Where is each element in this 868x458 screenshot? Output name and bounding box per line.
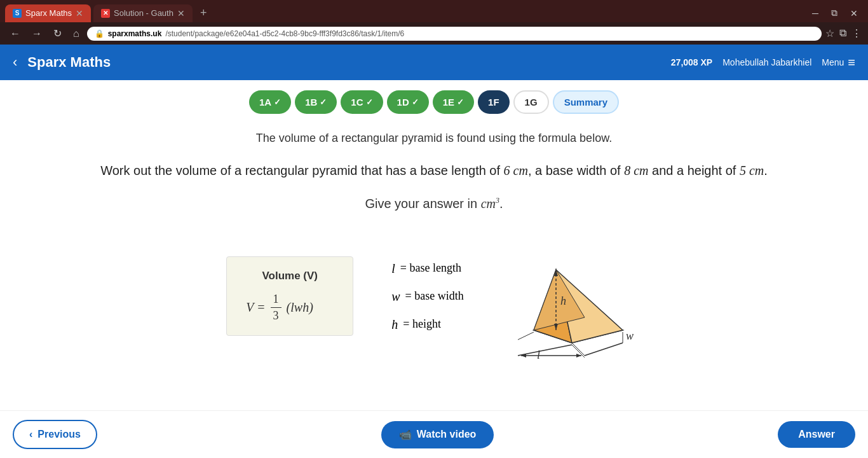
tab-sparx-close[interactable]: ✕ xyxy=(76,8,83,18)
minimize-button[interactable]: ─ xyxy=(807,6,824,20)
tab-1D[interactable]: 1D ✓ xyxy=(387,90,429,114)
browser-controls: ← → ↻ ⌂ 🔒 sparxmaths.uk /student/package… xyxy=(0,22,868,45)
var-h: h xyxy=(391,310,398,338)
check-1E: ✓ xyxy=(457,97,464,107)
sparx-favicon: S xyxy=(13,9,22,18)
eq-prefix: V = xyxy=(246,300,265,315)
desc-l: = base length xyxy=(400,256,461,281)
svg-text:w: w xyxy=(626,330,634,342)
length-value: 6 cm xyxy=(504,163,528,177)
tab-1C[interactable]: 1C ✓ xyxy=(341,90,383,114)
svg-marker-18 xyxy=(576,354,581,357)
tab-sparx[interactable]: S Sparx Maths ✕ xyxy=(5,4,91,22)
user-name: Mohebullah Jabarkhiel xyxy=(722,57,811,67)
formula-diagram-area: Volume (V) V = 1 3 (lwh) l = base length… xyxy=(25,232,843,361)
tab-gauth-close[interactable]: ✕ xyxy=(177,8,185,18)
formula-equation: V = 1 3 (lwh) xyxy=(246,293,334,323)
address-bar[interactable]: 🔒 sparxmaths.uk /student/package/e62e04a… xyxy=(87,27,822,41)
desc-w: = base width xyxy=(405,284,464,309)
extensions-icon[interactable]: ⧉ xyxy=(839,27,846,39)
desc-h: = height xyxy=(403,312,441,337)
app-header: ‹ Sparx Maths 27,008 XP Mohebullah Jabar… xyxy=(0,45,868,80)
answer-text: Give your answer in cm3. xyxy=(25,196,843,211)
width-value: 8 cm xyxy=(624,163,648,177)
legend-item-h: h = height xyxy=(391,310,463,338)
unit-label: cm3 xyxy=(481,197,499,211)
check-1D: ✓ xyxy=(412,97,419,107)
browser-actions: ☆ ⧉ ⋮ xyxy=(825,27,862,39)
svg-line-12 xyxy=(518,332,534,340)
pyramid-svg: h w l xyxy=(502,232,642,359)
tab-bar: S Sparx Maths ✕ ✕ Solution - Gauth ✕ + ─… xyxy=(0,0,868,22)
tab-gauth[interactable]: ✕ Solution - Gauth ✕ xyxy=(93,4,193,22)
legend-item-w: w = base width xyxy=(391,282,463,310)
intro-text: The volume of a rectangular pyramid is f… xyxy=(25,132,843,145)
formula-box: Volume (V) V = 1 3 (lwh) xyxy=(226,256,353,336)
check-1B: ✓ xyxy=(320,97,327,107)
pyramid-diagram: h w l xyxy=(502,232,642,361)
formula-title: Volume (V) xyxy=(246,270,334,282)
check-1A: ✓ xyxy=(274,97,281,107)
fraction: 1 3 xyxy=(271,293,281,323)
svg-text:l: l xyxy=(537,349,540,359)
fraction-denominator: 3 xyxy=(271,308,281,323)
gauth-favicon: ✕ xyxy=(101,9,110,18)
main-content: The volume of a rectangular pyramid is f… xyxy=(0,119,868,374)
tab-1E[interactable]: 1E ✓ xyxy=(433,90,474,114)
check-1C: ✓ xyxy=(366,97,373,107)
legend-item-l: l = base length xyxy=(391,254,463,282)
svg-line-9 xyxy=(585,343,623,356)
app-title: Sparx Maths xyxy=(27,54,670,71)
tab-1B[interactable]: 1B ✓ xyxy=(295,90,337,114)
var-l: l xyxy=(391,254,395,282)
tab-summary[interactable]: Summary xyxy=(553,90,619,114)
menu-label: Menu xyxy=(822,57,844,67)
back-nav-button[interactable]: ‹ xyxy=(13,54,17,71)
back-button[interactable]: ← xyxy=(6,27,24,41)
reload-button[interactable]: ↻ xyxy=(50,26,65,41)
address-path: /student/package/e62e04a1-d5c2-4cb8-9bc9… xyxy=(165,29,404,38)
bookmark-icon[interactable]: ☆ xyxy=(825,27,834,39)
menu-icon[interactable]: ⋮ xyxy=(851,27,862,39)
new-tab-button[interactable]: + xyxy=(195,4,212,22)
svg-text:h: h xyxy=(560,295,566,307)
tab-1A[interactable]: 1A ✓ xyxy=(249,90,291,114)
svg-line-10 xyxy=(572,343,585,356)
xp-display: 27,008 XP xyxy=(671,57,712,67)
var-w: w xyxy=(391,282,400,310)
address-domain: sparxmaths.uk xyxy=(108,29,162,38)
tab-1G[interactable]: 1G xyxy=(513,90,549,114)
forward-button[interactable]: → xyxy=(28,27,46,41)
tab-1F[interactable]: 1F xyxy=(478,90,510,114)
restore-button[interactable]: ⧉ xyxy=(826,6,843,20)
problem-text: Work out the volume of a rectangular pyr… xyxy=(25,160,843,181)
height-value: 5 cm xyxy=(740,163,764,177)
close-button[interactable]: ✕ xyxy=(845,6,863,20)
tab-sparx-label: Sparx Maths xyxy=(25,8,72,18)
fraction-numerator: 1 xyxy=(271,293,281,308)
superscript: 3 xyxy=(496,196,499,205)
browser-chrome: S Sparx Maths ✕ ✕ Solution - Gauth ✕ + ─… xyxy=(0,0,868,45)
tab-gauth-label: Solution - Gauth xyxy=(114,8,173,18)
menu-button[interactable]: Menu ≡ xyxy=(822,55,855,70)
header-right: 27,008 XP Mohebullah Jabarkhiel Menu ≡ xyxy=(671,55,855,70)
hamburger-icon: ≡ xyxy=(848,55,855,70)
home-button[interactable]: ⌂ xyxy=(69,27,83,41)
eq-suffix: (lwh) xyxy=(287,300,313,315)
legend: l = base length w = base width h = heigh… xyxy=(391,254,463,338)
task-tabs: 1A ✓ 1B ✓ 1C ✓ 1D ✓ 1E ✓ 1F 1G Summary xyxy=(0,80,868,119)
